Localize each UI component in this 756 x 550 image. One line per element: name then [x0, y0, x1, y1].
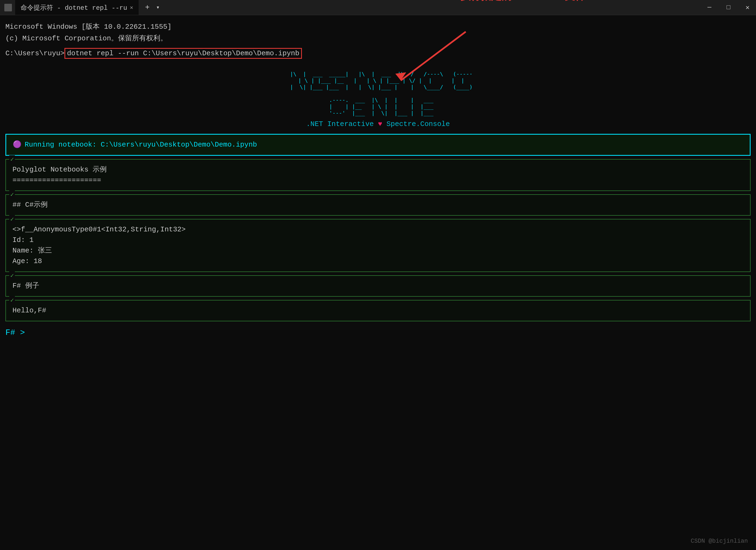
windows-header-line1: Microsoft Windows [版本 10.0.22621.1555]	[5, 22, 751, 32]
close-button[interactable]: ✕	[744, 2, 752, 12]
output-box-5: Hello,F#	[5, 300, 751, 321]
running-notebook-box: 🟣 Running notebook: C:\Users\ruyu\Deskto…	[5, 134, 751, 156]
output5-line1: Hello,F#	[12, 305, 744, 316]
output3-line3: Name: 张三	[12, 245, 744, 256]
minimize-button[interactable]: ─	[705, 3, 713, 12]
output-box-3: <>f__AnonymousType0#1<Int32,String,Int32…	[5, 219, 751, 272]
command-line: C:\Users\ruyu>dotnet repl --run C:\Users…	[5, 48, 751, 59]
tab-dropdown-button[interactable]: ▾	[156, 4, 160, 11]
windows-header-line2: (c) Microsoft Corporation。保留所有权利。	[5, 33, 751, 44]
terminal-icon	[4, 4, 12, 11]
tab-close-button[interactable]: ✕	[130, 4, 133, 11]
net-interactive-text: .NET Interactive	[306, 120, 374, 128]
maximize-button[interactable]: □	[724, 3, 732, 12]
output2-line1: ## C#示例	[12, 200, 744, 210]
tab-title: 命令提示符 - dotnet repl --ru	[21, 3, 127, 12]
heart-icon: ♥	[378, 120, 386, 128]
output-box-2: ## C#示例	[5, 194, 751, 216]
running-icon: 🟣	[13, 139, 21, 150]
watermark: CSDN @bicjinlian	[691, 538, 748, 545]
ascii-art-section: |\ | ___ _____| |\ | ___ |\ / /----\ (--…	[5, 64, 751, 129]
output3-line4: Age: 18	[12, 256, 744, 266]
fsharp-prompt-line: F# >	[5, 327, 751, 339]
active-tab[interactable]: 命令提示符 - dotnet repl --ru ✕	[15, 0, 139, 15]
fsharp-prompt: F#	[5, 328, 15, 337]
net-interactive-line: .NET Interactive ♥ Spectre.Console	[5, 119, 751, 129]
output-box-1: Polyglot Notebooks 示例 ==================…	[5, 159, 751, 191]
terminal-content: Microsoft Windows [版本 10.0.22621.1555] (…	[0, 15, 756, 346]
fsharp-gt: >	[15, 328, 25, 337]
spectre-console-text: Spectre.Console	[386, 120, 450, 128]
output4-line1: F# 例子	[12, 281, 744, 291]
output1-line1: Polyglot Notebooks 示例	[12, 164, 744, 175]
output3-line1: <>f__AnonymousType0#1<Int32,String,Int32…	[12, 224, 744, 235]
output1-line2: =====================	[12, 175, 744, 185]
new-tab-button[interactable]: +	[142, 2, 153, 13]
window-controls: ─ □ ✕	[705, 2, 752, 12]
ascii-art: |\ | ___ _____| |\ | ___ |\ / /----\ (--…	[5, 64, 751, 116]
prompt-prefix: C:\Users\ruyu>	[5, 49, 64, 57]
output-box-4: F# 例子	[5, 275, 751, 297]
command-text: dotnet repl --run C:\Users\ruyu\Desktop\…	[64, 48, 302, 59]
titlebar: 命令提示符 - dotnet repl --ru ✕ + ▾ ─ □ ✕	[0, 0, 756, 15]
output3-line2: Id: 1	[12, 235, 744, 245]
running-label: Running notebook: C:\Users\ruyu\Desktop\…	[25, 139, 257, 150]
